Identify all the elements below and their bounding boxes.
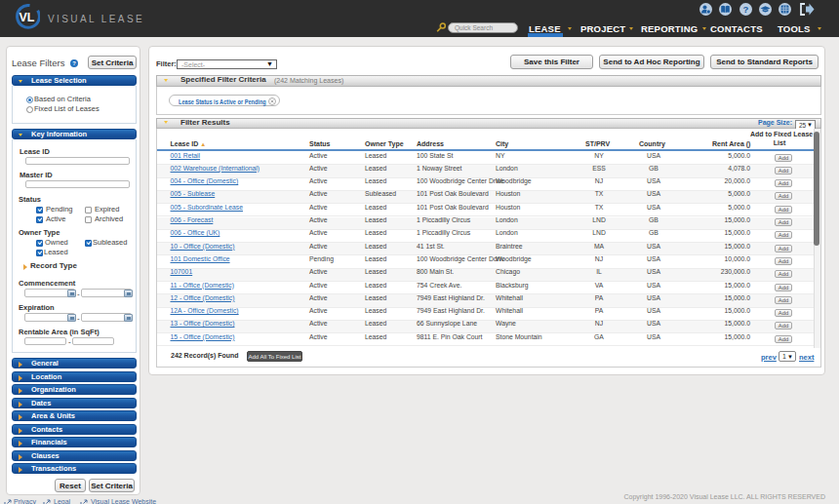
svg-text:VL: VL	[20, 11, 35, 24]
svg-text:?: ?	[72, 60, 76, 66]
svg-text:?: ?	[742, 4, 748, 15]
